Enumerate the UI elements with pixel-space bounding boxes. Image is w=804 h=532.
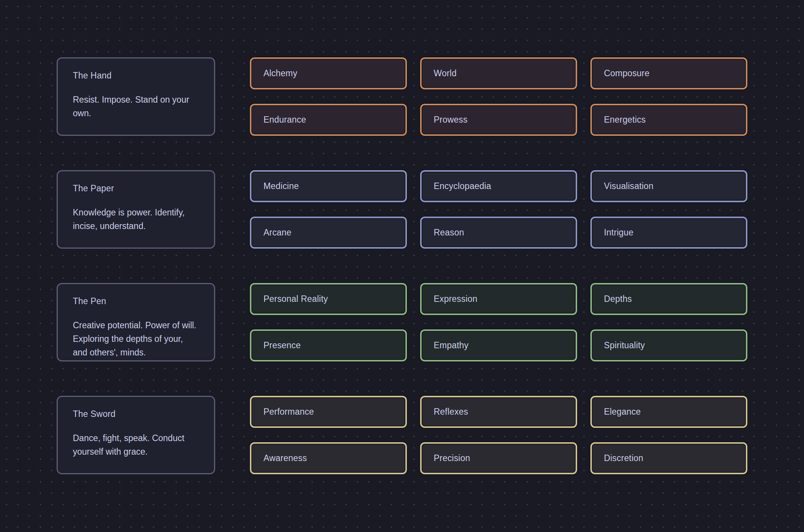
skill-button-world[interactable]: World [420, 57, 577, 89]
skill-button-energetics[interactable]: Energetics [590, 104, 747, 136]
skill-label: Prowess [434, 115, 468, 125]
skill-button-empathy[interactable]: Empathy [420, 329, 577, 361]
skill-label: Precision [434, 453, 470, 463]
skill-button-awareness[interactable]: Awareness [250, 442, 407, 474]
skill-button-alchemy[interactable]: Alchemy [250, 57, 407, 89]
skill-label: Discretion [604, 453, 643, 463]
skill-label: Reason [434, 228, 464, 238]
skill-button-personal-reality[interactable]: Personal Reality [250, 283, 407, 315]
skill-button-discretion[interactable]: Discretion [590, 442, 747, 474]
attribute-title: The Paper [73, 183, 199, 194]
skill-button-performance[interactable]: Performance [250, 396, 407, 428]
skill-label: Energetics [604, 115, 646, 125]
skill-button-spirituality[interactable]: Spirituality [590, 329, 747, 361]
attribute-card: The Hand Resist. Impose. Stand on your o… [57, 57, 215, 136]
attribute-title: The Pen [73, 296, 199, 306]
skill-button-medicine[interactable]: Medicine [250, 170, 407, 202]
attribute-description: Creative potential. Power of will. Explo… [73, 318, 199, 359]
skill-grid: Personal RealityExpressionDepthsPresence… [250, 283, 747, 361]
skill-button-reflexes[interactable]: Reflexes [420, 396, 577, 428]
skill-button-encyclopaedia[interactable]: Encyclopaedia [420, 170, 577, 202]
skill-label: Awareness [263, 453, 307, 463]
skill-button-expression[interactable]: Expression [420, 283, 577, 315]
attribute-card: The Pen Creative potential. Power of wil… [57, 283, 215, 361]
skill-button-visualisation[interactable]: Visualisation [590, 170, 747, 202]
skill-button-reason[interactable]: Reason [420, 217, 577, 249]
skill-grid: AlchemyWorldComposureEnduranceProwessEne… [250, 57, 747, 136]
attribute-section-sword: The Sword Dance, fight, speak. Conduct y… [57, 396, 747, 474]
attribute-title: The Sword [73, 409, 199, 419]
skill-label: Personal Reality [263, 294, 328, 304]
attribute-section-hand: The Hand Resist. Impose. Stand on your o… [57, 57, 747, 136]
skill-button-elegance[interactable]: Elegance [590, 396, 747, 428]
skill-label: Presence [263, 340, 301, 351]
skill-label: Composure [604, 68, 650, 78]
attribute-section-paper: The Paper Knowledge is power. Identify, … [57, 170, 747, 249]
attribute-card: The Sword Dance, fight, speak. Conduct y… [57, 396, 215, 474]
skills-page: The Hand Resist. Impose. Stand on your o… [0, 0, 804, 532]
skill-button-precision[interactable]: Precision [420, 442, 577, 474]
attribute-description: Knowledge is power. Identify, incise, un… [73, 206, 199, 233]
skill-button-depths[interactable]: Depths [590, 283, 747, 315]
attribute-title: The Hand [73, 70, 199, 81]
attribute-card: The Paper Knowledge is power. Identify, … [57, 170, 215, 249]
skill-button-intrigue[interactable]: Intrigue [590, 217, 747, 249]
skill-grid: PerformanceReflexesEleganceAwarenessPrec… [250, 396, 747, 474]
skill-label: Reflexes [434, 407, 468, 417]
skill-button-presence[interactable]: Presence [250, 329, 407, 361]
skill-label: Empathy [434, 340, 468, 351]
skill-button-composure[interactable]: Composure [590, 57, 747, 89]
skill-label: Arcane [263, 228, 291, 238]
skill-grid: MedicineEncyclopaediaVisualisationArcane… [250, 170, 747, 249]
attribute-description: Dance, fight, speak. Conduct yourself wi… [73, 431, 199, 458]
skill-label: Performance [263, 407, 314, 417]
skill-label: Endurance [263, 115, 306, 125]
skill-label: Elegance [604, 407, 641, 417]
skill-label: Spirituality [604, 340, 645, 351]
skill-label: World [434, 68, 457, 78]
skill-label: Intrigue [604, 228, 633, 238]
skill-button-endurance[interactable]: Endurance [250, 104, 407, 136]
skill-label: Medicine [263, 181, 299, 191]
skill-button-arcane[interactable]: Arcane [250, 217, 407, 249]
skill-label: Expression [434, 294, 477, 304]
attribute-section-pen: The Pen Creative potential. Power of wil… [57, 283, 747, 361]
skill-label: Alchemy [263, 68, 297, 78]
attribute-description: Resist. Impose. Stand on your own. [73, 93, 199, 120]
skill-label: Depths [604, 294, 632, 304]
skill-label: Visualisation [604, 181, 653, 191]
skill-label: Encyclopaedia [434, 181, 491, 191]
skill-button-prowess[interactable]: Prowess [420, 104, 577, 136]
